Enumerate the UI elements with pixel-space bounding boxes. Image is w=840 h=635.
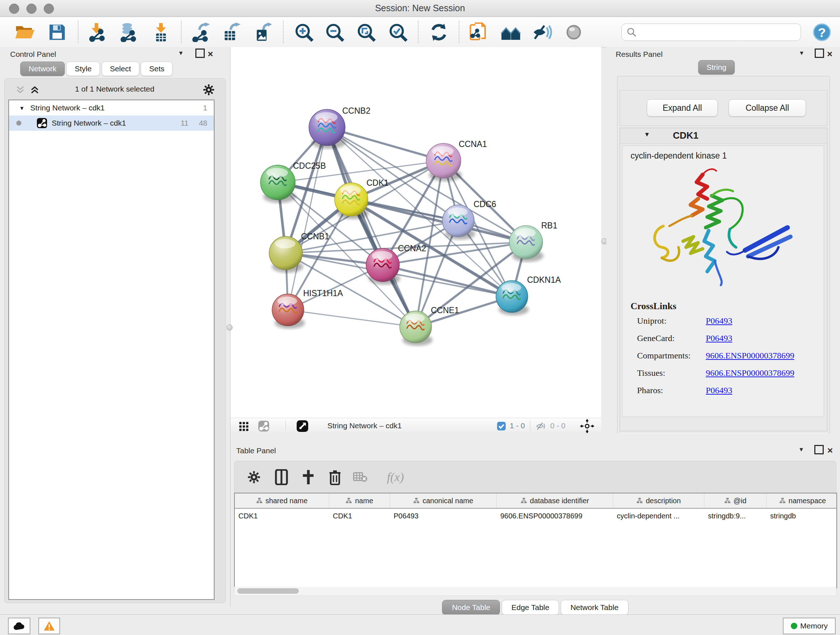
help-button[interactable]: ? xyxy=(812,22,832,42)
save-session-button[interactable] xyxy=(47,22,67,42)
network-node-hist1h1a[interactable]: HIST1H1A xyxy=(272,288,343,329)
show-columns-button[interactable] xyxy=(272,468,291,486)
show-all-button[interactable] xyxy=(564,22,584,42)
delete-columns-button[interactable] xyxy=(325,468,344,486)
table-cell[interactable]: 9606.ENSP00000378699 xyxy=(497,509,613,523)
results-panel-float-button[interactable] xyxy=(815,49,824,58)
share-document-button[interactable] xyxy=(469,22,489,42)
collapse-all-button[interactable]: Collapse All xyxy=(729,99,806,117)
warnings-button[interactable] xyxy=(38,618,60,634)
import-table-file-button[interactable] xyxy=(151,22,171,42)
column-header-name[interactable]: name xyxy=(329,494,390,508)
tab-select[interactable]: Select xyxy=(102,62,139,76)
table-cell[interactable]: P06493 xyxy=(390,509,497,523)
export-table-button[interactable] xyxy=(221,22,241,42)
node-label: CCNA2 xyxy=(398,244,426,253)
cloud-status-button[interactable] xyxy=(8,618,30,634)
refresh-button[interactable] xyxy=(429,22,449,42)
collection-expander-icon[interactable]: ▼ xyxy=(19,105,25,111)
column-type-icon xyxy=(724,497,731,504)
zoom-fit-button[interactable] xyxy=(356,22,376,42)
grid-view-icon[interactable] xyxy=(238,421,249,432)
results-panel-close-button[interactable]: × xyxy=(827,49,832,60)
tab-string[interactable]: String xyxy=(698,60,735,74)
tab-sets[interactable]: Sets xyxy=(141,62,172,76)
scrollbar-thumb[interactable] xyxy=(237,588,299,594)
tab-node-table[interactable]: Node Table xyxy=(442,600,500,615)
zoom-selected-button[interactable] xyxy=(388,22,408,42)
hide-selected-button[interactable] xyxy=(532,22,552,42)
tab-style[interactable]: Style xyxy=(66,62,100,76)
node-section-header[interactable]: ▼ CDK1 xyxy=(620,128,827,144)
tab-edge-table[interactable]: Edge Table xyxy=(502,600,559,615)
network-node-cdk1[interactable]: CDK1 xyxy=(335,178,388,219)
control-panel-close-button[interactable]: × xyxy=(208,49,213,60)
network-graph[interactable]: CDK1CCNB1CCNB2CCNA1CCNA2CCNE1CDC6CDC25BR… xyxy=(231,47,601,418)
column-header-description[interactable]: description xyxy=(613,494,704,508)
table-panel-float-button[interactable] xyxy=(814,445,824,454)
column-header-database-identifier[interactable]: database identifier xyxy=(497,494,613,508)
home-button[interactable] xyxy=(501,22,521,42)
column-header-label: canonical name xyxy=(423,497,473,505)
string-view-icon[interactable] xyxy=(258,420,270,432)
network-node-ccna1[interactable]: CCNA1 xyxy=(426,139,487,181)
birds-eye-view-icon[interactable] xyxy=(296,420,309,432)
column-header--id[interactable]: @id xyxy=(704,494,767,508)
table-cell[interactable]: stringdb:9... xyxy=(704,509,767,523)
memory-label: Memory xyxy=(800,622,828,630)
network-edge[interactable] xyxy=(288,127,327,310)
network-row[interactable]: String Network – cdk1 11 48 xyxy=(9,116,214,131)
column-header-canonical-name[interactable]: canonical name xyxy=(390,494,497,508)
zoom-out-button[interactable] xyxy=(325,22,345,42)
network-node-cdc25b[interactable]: CDC25B xyxy=(261,161,326,203)
column-type-icon xyxy=(413,497,420,504)
import-network-file-button[interactable] xyxy=(88,22,108,42)
crosslink-link[interactable]: P06493 xyxy=(706,386,732,395)
open-session-button[interactable] xyxy=(14,22,35,42)
network-node-ccnb2[interactable]: CCNB2 xyxy=(309,106,370,149)
crosslink-link[interactable]: 9606.ENSP00000378699 xyxy=(706,368,794,378)
column-header-namespace[interactable]: namespace xyxy=(767,494,837,508)
table-cell[interactable]: CDK1 xyxy=(235,509,329,523)
section-expander-icon[interactable]: ▼ xyxy=(644,131,650,138)
left-splitter-handle[interactable] xyxy=(226,325,233,331)
table-panel-close-button[interactable]: × xyxy=(827,445,833,456)
expand-all-button[interactable]: Expand All xyxy=(647,99,718,117)
network-node-rb1[interactable]: RB1 xyxy=(509,221,557,262)
database-network-icon xyxy=(118,22,138,42)
export-image-button[interactable] xyxy=(252,22,272,42)
selected-checkbox-icon[interactable] xyxy=(497,421,506,431)
import-network-database-button[interactable] xyxy=(118,22,139,42)
network-panel-options-gear-icon[interactable] xyxy=(202,83,215,96)
control-panel-menu-button[interactable]: ▼ xyxy=(178,50,184,57)
control-panel-float-button[interactable] xyxy=(195,49,205,58)
tab-network[interactable]: Network xyxy=(20,62,65,76)
zoom-in-button[interactable] xyxy=(294,22,314,42)
toolbar-separator xyxy=(283,21,284,43)
network-node-cdkn1a[interactable]: CDKN1A xyxy=(496,275,561,315)
pan-crosshair-icon[interactable] xyxy=(580,419,594,433)
crosslink-link[interactable]: P06493 xyxy=(706,316,732,326)
table-horizontal-scrollbar[interactable] xyxy=(234,587,836,596)
search-input[interactable] xyxy=(640,25,801,40)
export-network-button[interactable] xyxy=(191,22,211,42)
results-panel-menu-button[interactable]: ▼ xyxy=(799,50,805,57)
tab-network-table[interactable]: Network Table xyxy=(561,600,628,615)
search-field[interactable] xyxy=(622,24,801,41)
table-cell[interactable]: stringdb xyxy=(767,509,837,523)
column-header-shared-name[interactable]: shared name xyxy=(235,494,329,508)
crosslink-link[interactable]: P06493 xyxy=(706,333,732,343)
memory-button[interactable]: Memory xyxy=(783,618,836,634)
crosslink-link[interactable]: 9606.ENSP00000378699 xyxy=(706,351,794,361)
table-cell[interactable]: cyclin-dependent ... xyxy=(613,509,704,523)
network-edge[interactable] xyxy=(288,310,416,327)
network-collection-row[interactable]: ▼ String Network – cdk1 1 xyxy=(9,100,214,116)
table-cell[interactable]: CDK1 xyxy=(329,509,390,523)
table-row[interactable]: CDK1CDK1P064939606.ENSP00000378699cyclin… xyxy=(235,509,836,523)
table-settings-button[interactable] xyxy=(245,468,264,486)
network-canvas[interactable]: CDK1CCNB1CCNB2CCNA1CCNA2CCNE1CDC6CDC25BR… xyxy=(231,47,601,418)
save-floppy-icon xyxy=(48,23,66,42)
table-panel-menu-button[interactable]: ▼ xyxy=(798,447,804,453)
create-column-button[interactable] xyxy=(299,468,317,486)
column-header-label: namespace xyxy=(789,497,826,505)
